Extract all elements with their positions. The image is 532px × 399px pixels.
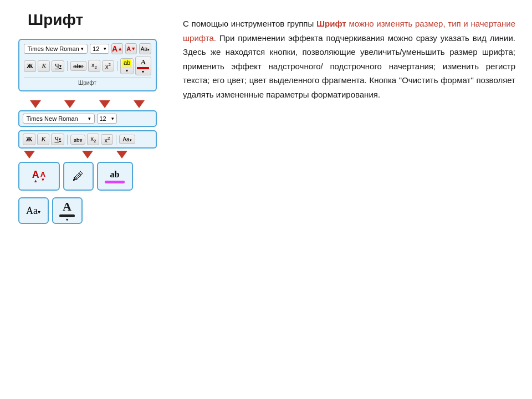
shrink-big-btn[interactable]: A ▼ bbox=[40, 170, 45, 182]
keyword-shrift: Шрифт bbox=[316, 19, 349, 28]
font-color-dropdown-icon: ▾ bbox=[142, 69, 144, 74]
font-selector-row: Times New Roman ▾ 12 ▾ A▲ A▼ Aa▾ bbox=[24, 43, 151, 54]
expanded-font-row: Times New Roman ▾ 12 ▾ bbox=[18, 110, 157, 127]
grow-shrink-group: A ▲ A ▼ bbox=[18, 162, 60, 191]
expanded-section: Times New Roman ▾ 12 ▾ Ж К Ч ▾ abe bbox=[18, 110, 157, 149]
shrink-font-label: A bbox=[126, 45, 131, 52]
exp-underline-button[interactable]: Ч ▾ bbox=[51, 134, 64, 145]
exp-italic-button[interactable]: К bbox=[37, 134, 49, 145]
left-panel: Шрифт Times New Roman ▾ 12 ▾ A▲ A▼ Aa▾ bbox=[0, 0, 172, 399]
exp-bold-button[interactable]: Ж bbox=[23, 134, 36, 145]
exp-subscript-button[interactable]: x2 bbox=[87, 134, 99, 145]
change-case-big-label: Aa▾ bbox=[26, 205, 40, 217]
clear-format-icon: 🖉 bbox=[73, 170, 84, 183]
grow-font-button[interactable]: A▲ bbox=[111, 43, 123, 54]
exp-changecase-button[interactable]: Aa▾ bbox=[119, 135, 135, 144]
superscript-label: 2 bbox=[108, 62, 110, 67]
highlight-ab-label: ab bbox=[110, 170, 120, 180]
format-divider2 bbox=[117, 61, 117, 71]
highlight-dropdown-icon: ▾ bbox=[126, 68, 128, 73]
font-size-dropdown[interactable]: 12 ▾ bbox=[90, 44, 109, 54]
size-dropdown-arrow-icon: ▾ bbox=[104, 46, 106, 52]
format-buttons-row: Ж К Ч ▾ abe x2 x2 ab ▾ bbox=[24, 57, 151, 75]
change-case-label: Aa▾ bbox=[141, 46, 150, 52]
subscript-label: 2 bbox=[94, 65, 96, 70]
arrow2-down-1 bbox=[24, 151, 35, 158]
expanded-font-label: Times New Roman bbox=[27, 115, 78, 122]
exp-underline-dropdown-icon: ▾ bbox=[59, 137, 61, 142]
subscript-button[interactable]: x2 bbox=[88, 60, 100, 71]
arrow-down-3 bbox=[99, 100, 110, 108]
font-color-big-button[interactable]: A ▾ bbox=[52, 197, 83, 224]
body-text: С помощью инструментов группы Шрифт можн… bbox=[183, 17, 515, 101]
font-color-big-label: A bbox=[63, 200, 71, 214]
case-dropdown-icon: ▾ bbox=[38, 209, 40, 215]
expanded-font-size[interactable]: 12 ▾ bbox=[97, 114, 117, 124]
font-color-big-dropdown-icon: ▾ bbox=[66, 217, 68, 222]
page-title: Шрифт bbox=[28, 11, 83, 29]
arrows-row-2 bbox=[18, 151, 157, 158]
format-divider bbox=[67, 61, 68, 71]
italic-button[interactable]: К bbox=[38, 60, 50, 72]
shrink-font-button[interactable]: A▼ bbox=[125, 43, 137, 54]
arrows-row-1 bbox=[18, 100, 157, 108]
arrow-down-2 bbox=[64, 100, 75, 108]
change-case-button[interactable]: Aa▾ bbox=[139, 43, 151, 54]
arrow-down-4 bbox=[134, 100, 145, 108]
arrow2-down-3 bbox=[116, 151, 127, 158]
exp-superscript-button[interactable]: x2 bbox=[101, 134, 113, 145]
clear-format-button[interactable]: 🖉 bbox=[63, 162, 94, 191]
body-intro: С помощью инструментов группы bbox=[183, 19, 316, 28]
arrow-down-1 bbox=[30, 100, 41, 108]
underline-button[interactable]: Ч ▾ bbox=[52, 60, 64, 72]
bottom-buttons-section: A ▲ A ▼ 🖉 ab Aa▾ A ▾ bbox=[18, 162, 157, 224]
bold-button[interactable]: Ж bbox=[24, 60, 37, 72]
expanded-size-arrow-icon: ▾ bbox=[111, 116, 114, 121]
ribbon-group-label: Шрифт bbox=[24, 78, 151, 86]
expanded-format-row: Ж К Ч ▾ abe x2 x2 Aa▾ bbox=[18, 130, 157, 149]
exp-strikethrough-button[interactable]: abe bbox=[70, 135, 85, 145]
font-color-button[interactable]: A ▾ bbox=[135, 57, 151, 75]
expanded-size-label: 12 bbox=[100, 115, 106, 122]
shrink-caret-icon: ▼ bbox=[131, 46, 136, 52]
change-case-big-button[interactable]: Aa▾ bbox=[18, 197, 49, 224]
highlight-bar bbox=[105, 181, 125, 183]
expanded-font-arrow-icon: ▾ bbox=[88, 116, 91, 121]
highlight-big-button[interactable]: ab bbox=[97, 162, 133, 191]
grow-font-label: A bbox=[112, 44, 117, 53]
dropdown-arrow-icon: ▾ bbox=[81, 46, 84, 52]
font-name-label: Times New Roman bbox=[28, 45, 79, 52]
body-rest: При применении эффекта подчеркивания мож… bbox=[183, 33, 515, 99]
underline-dropdown-icon: ▾ bbox=[59, 64, 62, 69]
superscript-button[interactable]: x2 bbox=[102, 60, 114, 71]
strikethrough-button[interactable]: abe bbox=[70, 61, 86, 71]
ribbon-group-box: Times New Roman ▾ 12 ▾ A▲ A▼ Aa▾ Ж К bbox=[18, 39, 157, 91]
highlight-color-button[interactable]: ab ▾ bbox=[120, 58, 134, 74]
font-size-label: 12 bbox=[93, 45, 99, 52]
arrow2-down-2 bbox=[82, 151, 93, 158]
exp-divider bbox=[67, 135, 68, 145]
exp-divider2 bbox=[116, 135, 116, 145]
right-panel: С помощью инструментов группы Шрифт можн… bbox=[172, 0, 532, 399]
expanded-font-name[interactable]: Times New Roman ▾ bbox=[23, 114, 95, 124]
highlight-label: ab bbox=[122, 59, 131, 66]
grow-big-btn[interactable]: A ▲ bbox=[32, 169, 39, 183]
grow-caret-icon: ▲ bbox=[117, 46, 122, 52]
font-name-dropdown[interactable]: Times New Roman ▾ bbox=[24, 44, 88, 54]
